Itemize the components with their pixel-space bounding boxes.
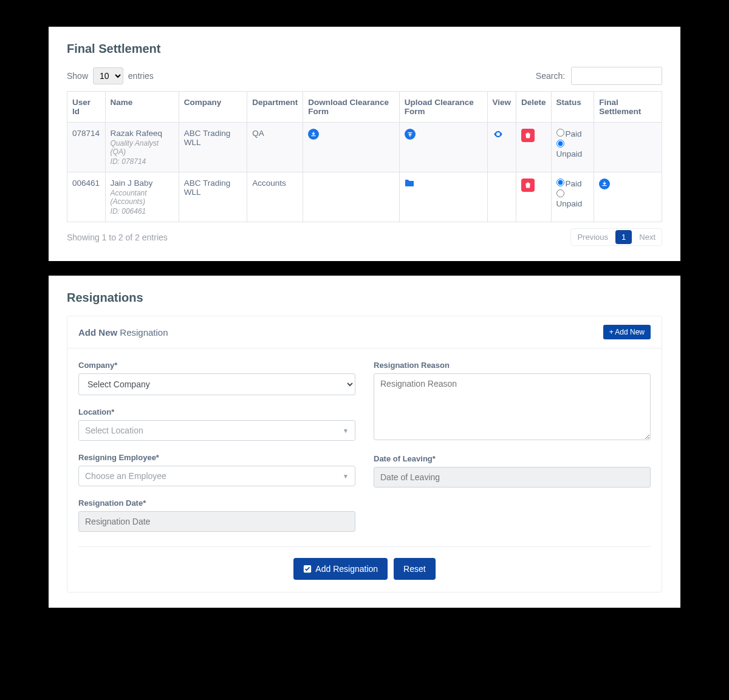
cell-view: [487, 172, 516, 222]
location-label: Location*: [78, 407, 355, 416]
settlement-table: User Id Name Company Department Download…: [67, 91, 662, 222]
col-delete[interactable]: Delete: [516, 92, 552, 123]
employee-label: Resigning Employee*: [78, 453, 355, 462]
location-placeholder: Select Location: [85, 426, 143, 435]
page-previous[interactable]: Previous: [572, 230, 613, 244]
delete-button[interactable]: [521, 178, 535, 192]
cell-delete: [516, 172, 552, 222]
col-final[interactable]: Final Settlement: [594, 92, 662, 123]
final-download-icon[interactable]: [599, 178, 610, 189]
status-paid[interactable]: Paid: [556, 129, 589, 138]
table-row: 078714Razak RafeeqQuality Analyst (QA)ID…: [67, 123, 662, 172]
page-title: Final Settlement: [67, 42, 662, 56]
entries-label: entries: [128, 71, 154, 81]
name-role: Quality Analyst (QA): [111, 139, 174, 156]
check-square-icon: [303, 565, 312, 573]
add-resignation-button[interactable]: Add Resignation: [293, 558, 388, 580]
cell-delete: [516, 123, 552, 172]
cell-name: Jain J BabyAccountant (Accounts)ID: 0064…: [105, 172, 179, 222]
col-user-id[interactable]: User Id: [67, 92, 106, 123]
chevron-down-icon: ▼: [343, 473, 349, 480]
table-row: 006461Jain J BabyAccountant (Accounts)ID…: [67, 172, 662, 222]
form-actions: Add Resignation Reset: [78, 546, 651, 580]
col-company[interactable]: Company: [179, 92, 247, 123]
card-header: Add New Resignation + Add New: [67, 316, 662, 348]
search-input[interactable]: [571, 67, 662, 85]
card-title: Add New Resignation: [78, 327, 168, 338]
resignation-date-input[interactable]: [78, 511, 355, 532]
name-id: ID: 006461: [111, 207, 174, 216]
pagination: Previous 1 Next: [570, 228, 662, 246]
status-unpaid[interactable]: Unpaid: [556, 140, 589, 158]
cell-download: [303, 123, 400, 172]
cell-upload: [399, 172, 487, 222]
delete-button[interactable]: [521, 129, 535, 142]
table-body: 078714Razak RafeeqQuality Analyst (QA)ID…: [67, 123, 662, 222]
cell-name: Razak RafeeqQuality Analyst (QA)ID: 0787…: [105, 123, 179, 172]
col-view[interactable]: View: [487, 92, 516, 123]
entries-select[interactable]: 10: [93, 67, 123, 84]
col-status[interactable]: Status: [551, 92, 594, 123]
name-role: Accountant (Accounts): [111, 189, 174, 206]
cell-user-id: 078714: [67, 123, 106, 172]
status-unpaid[interactable]: Unpaid: [556, 189, 589, 208]
card-body: Company* Select Company Location* Select…: [67, 348, 662, 592]
cell-user-id: 006461: [67, 172, 106, 222]
cell-department: QA: [247, 123, 303, 172]
col-download[interactable]: Download Clearance Form: [303, 92, 400, 123]
col-department[interactable]: Department: [247, 92, 303, 123]
cell-department: Accounts: [247, 172, 303, 222]
name-id: ID: 078714: [111, 157, 174, 166]
cell-status: PaidUnpaid: [551, 172, 594, 222]
show-label: Show: [67, 71, 88, 81]
datatable-footer: Showing 1 to 2 of 2 entries Previous 1 N…: [67, 228, 662, 246]
cell-status: PaidUnpaid: [551, 123, 594, 172]
upload-icon[interactable]: [405, 129, 416, 140]
table-info: Showing 1 to 2 of 2 entries: [67, 233, 168, 242]
cell-download: [303, 172, 400, 222]
leaving-label: Date of Leaving*: [374, 454, 651, 463]
folder-icon[interactable]: [405, 180, 414, 189]
reason-label: Resignation Reason: [374, 361, 651, 370]
datatable-controls: Show 10 entries Search:: [67, 67, 662, 85]
cell-final: [594, 172, 662, 222]
chevron-down-icon: ▼: [343, 427, 349, 434]
resignation-date-label: Resignation Date*: [78, 498, 355, 508]
cell-view: [487, 123, 516, 172]
search-wrap: Search:: [536, 67, 662, 85]
add-new-button[interactable]: + Add New: [603, 325, 651, 339]
resignations-panel: Resignations Add New Resignation + Add N…: [49, 276, 680, 608]
page-title: Resignations: [67, 291, 662, 305]
cell-company: ABC Trading WLL: [179, 123, 247, 172]
download-icon[interactable]: [308, 129, 319, 140]
entries-length: Show 10 entries: [67, 67, 154, 84]
page-1[interactable]: 1: [615, 230, 632, 244]
leaving-date-input[interactable]: [374, 467, 651, 488]
cell-company: ABC Trading WLL: [179, 172, 247, 222]
page-next[interactable]: Next: [634, 230, 660, 244]
cell-final: [594, 123, 662, 172]
reason-textarea[interactable]: [374, 373, 651, 440]
cell-upload: [399, 123, 487, 172]
employee-select[interactable]: Choose an Employee ▼: [78, 466, 355, 486]
col-name[interactable]: Name: [105, 92, 179, 123]
search-label: Search:: [536, 71, 565, 81]
company-select[interactable]: Select Company: [78, 373, 355, 395]
employee-placeholder: Choose an Employee: [85, 471, 166, 481]
reset-button[interactable]: Reset: [394, 558, 436, 580]
company-label: Company*: [78, 361, 355, 370]
status-paid[interactable]: Paid: [556, 178, 589, 188]
location-select[interactable]: Select Location ▼: [78, 420, 355, 441]
col-upload[interactable]: Upload Clearance Form: [399, 92, 487, 123]
add-resignation-card: Add New Resignation + Add New Company* S…: [67, 316, 662, 593]
view-icon[interactable]: [493, 132, 504, 141]
final-settlement-panel: Final Settlement Show 10 entries Search:…: [49, 27, 680, 261]
